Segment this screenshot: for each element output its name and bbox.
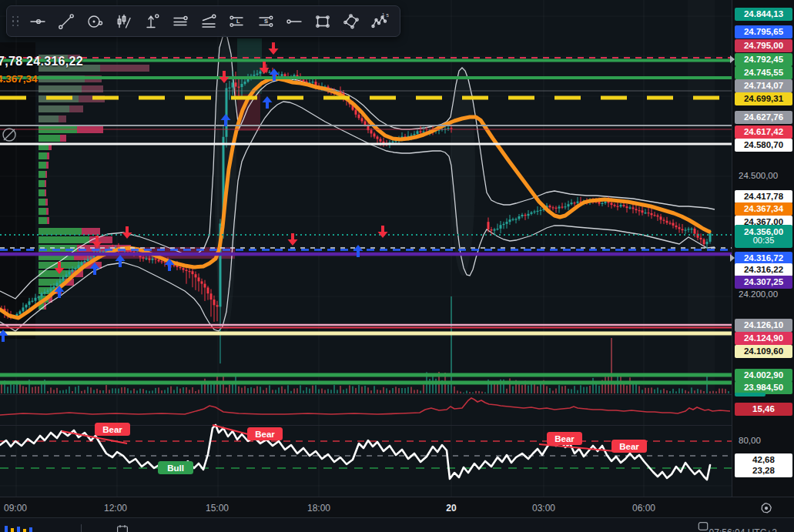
session-clock[interactable]: 07:56:04 UTC+2 [709, 527, 777, 532]
tool-elliott-wave-button[interactable]: 15 [365, 9, 394, 33]
bear-signal-label: Bear [95, 423, 130, 436]
price-scale-label: 24.745,55 [735, 66, 792, 79]
drawing-toolbar: LS15 [6, 5, 400, 37]
price-scale-label: 24.627,76 [735, 111, 792, 124]
time-axis-label: 06:00 [632, 503, 655, 514]
trading-chart-app: BearBearBullBearBear 7,78 24.316,22 4.36… [0, 0, 794, 532]
svg-text:Bull: Bull [167, 463, 184, 473]
mini-histogram-icon[interactable] [5, 524, 40, 532]
price-label-sliver [735, 393, 766, 396]
price-scale-label: 15,46 [735, 403, 792, 416]
price-scale-tick: 24.500,00 [739, 171, 778, 180]
price-scale-label: 24.844,13 [735, 8, 792, 21]
price-scale-label: 24.795,00 [735, 39, 792, 52]
price-scale-label: 24.617,42 [735, 125, 792, 139]
bear-signal-label: Bear [247, 427, 283, 440]
price-scale-label: 24.367,34 [735, 202, 792, 216]
svg-text:Bear: Bear [255, 430, 275, 439]
bear-signal-label: Bear [547, 432, 582, 445]
price-scale-label: 24.124,90 [735, 332, 792, 345]
toolbar-divider [81, 524, 82, 532]
price-pointer-icon [730, 254, 735, 262]
toolbar-drag-handle[interactable] [11, 14, 21, 29]
bull-signal-label: Bull [158, 461, 193, 474]
tool-disjoint-channel-button[interactable] [194, 9, 223, 33]
price-scale-label: 24.307,25 [735, 276, 792, 289]
eye-off-icon[interactable] [0, 125, 18, 144]
price-scale-label: 23,28 [735, 464, 792, 477]
tool-cross-line-button[interactable] [23, 9, 52, 33]
time-axis-label: 20 [446, 503, 456, 514]
position-tool-price-label: 7,78 24.316,22 [0, 55, 83, 69]
price-scale-label: 24.109,60 [735, 345, 792, 358]
price-scale-label: 24.714,07 [735, 79, 792, 92]
tool-long-position-button[interactable]: L [223, 9, 251, 33]
time-axis[interactable]: 09:0012:0015:0018:002003:0006:00 [0, 497, 794, 517]
price-scale-label: 24.580,70 [735, 139, 792, 152]
time-axis-label: 09:00 [4, 503, 27, 514]
price-scale-label: 24.792,45 [735, 53, 792, 66]
price-scale[interactable]: 24.844,1324.795,6524.795,0024.792,4524.7… [732, 0, 794, 497]
tool-time-cycle-button[interactable] [80, 9, 109, 33]
drawing-tools-group: LS15 [23, 9, 394, 33]
tool-vertical-arrow-button[interactable] [137, 9, 166, 33]
bear-signal-label: Bear [611, 440, 647, 453]
price-scale-label: 24.126,10 [735, 319, 792, 332]
time-axis-label: 12:00 [104, 503, 127, 514]
svg-text:5: 5 [386, 12, 389, 17]
price-scale-label: 24.417,78 [735, 190, 792, 203]
time-axis-label: 18:00 [307, 503, 330, 514]
time-axis-label: 15:00 [206, 503, 229, 514]
tool-bars-pattern-button[interactable] [109, 9, 137, 33]
price-scale-label: 24.699,31 [735, 92, 792, 105]
price-chart-canvas[interactable]: BearBearBullBearBear [0, 0, 732, 497]
svg-text:L: L [236, 18, 240, 25]
drawing-price-label: 4.367,34 [0, 73, 38, 85]
tool-trend-line-button[interactable] [52, 9, 80, 33]
price-scale-label: 24.795,65 [735, 25, 792, 38]
price-pointer-icon [730, 55, 735, 63]
tool-polygon-button[interactable] [337, 9, 365, 33]
tool-rectangle-button[interactable] [308, 9, 337, 33]
svg-text:S: S [264, 18, 268, 25]
svg-text:Bear: Bear [619, 442, 639, 451]
price-scale-label: 24.356,0000:35 [735, 225, 792, 248]
chart-settings-gear-icon[interactable] [759, 500, 776, 516]
svg-text:Bear: Bear [102, 425, 122, 434]
calendar-icon[interactable] [116, 524, 129, 532]
price-scale-tick: 24.200,00 [739, 289, 778, 299]
panel-toggle-icon[interactable] [698, 520, 709, 532]
price-scale-label: 23.984,50 [735, 381, 792, 394]
price-scale-label: 24.316,22 [735, 263, 792, 276]
svg-text:1: 1 [382, 12, 385, 17]
time-axis-label: 03:00 [532, 503, 555, 514]
tool-horizontal-ray-button[interactable] [280, 9, 308, 33]
tool-parallel-channel-button[interactable] [166, 9, 194, 33]
price-scale-tick: 80,00 [739, 436, 761, 445]
bottom-toolbar: 07:56:04 UTC+2 [0, 517, 794, 532]
price-scale-label: 24.002,90 [735, 369, 792, 382]
tool-short-position-button[interactable]: S [251, 9, 280, 33]
price-scale-label: 24.316,72 [735, 252, 792, 265]
svg-text:Bear: Bear [554, 434, 575, 443]
